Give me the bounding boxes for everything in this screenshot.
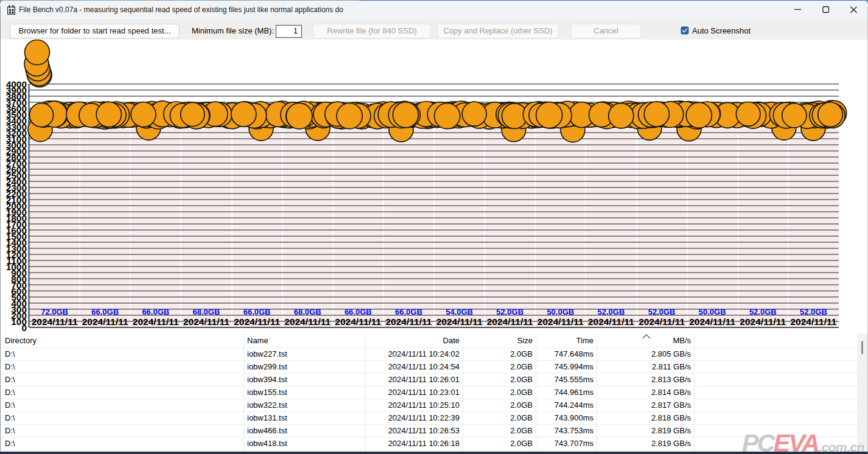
svg-text:66.0GB: 66.0GB xyxy=(142,307,169,316)
svg-text:2024/11/11: 2024/11/11 xyxy=(639,316,685,327)
svg-text:2024/11/11: 2024/11/11 xyxy=(790,316,836,327)
svg-text:2024/11/11: 2024/11/11 xyxy=(284,316,331,327)
svg-text:2024/11/11: 2024/11/11 xyxy=(689,316,735,327)
svg-text:66.0GB: 66.0GB xyxy=(395,307,422,316)
svg-text:54.0GB: 54.0GB xyxy=(446,307,473,316)
svg-text:2024/11/11: 2024/11/11 xyxy=(335,316,381,327)
svg-text:72.0GB: 72.0GB xyxy=(41,307,68,316)
svg-text:0: 0 xyxy=(21,323,27,333)
svg-text:2024/11/11: 2024/11/11 xyxy=(32,316,78,327)
svg-text:2024/11/11: 2024/11/11 xyxy=(487,316,533,327)
svg-text:2024/11/11: 2024/11/11 xyxy=(133,316,179,327)
svg-text:50.0GB: 50.0GB xyxy=(699,307,726,316)
svg-text:2024/11/11: 2024/11/11 xyxy=(588,316,634,327)
svg-text:66.0GB: 66.0GB xyxy=(91,307,119,316)
svg-text:2024/11/11: 2024/11/11 xyxy=(385,316,432,327)
svg-text:2024/11/11: 2024/11/11 xyxy=(537,316,584,327)
svg-text:66.0GB: 66.0GB xyxy=(345,307,372,316)
svg-text:2024/11/11: 2024/11/11 xyxy=(183,316,229,327)
svg-text:52.0GB: 52.0GB xyxy=(648,307,676,316)
svg-text:52.0GB: 52.0GB xyxy=(749,307,777,316)
svg-text:2024/11/11: 2024/11/11 xyxy=(82,316,128,327)
svg-text:68.0GB: 68.0GB xyxy=(192,307,220,316)
svg-text:2024/11/11: 2024/11/11 xyxy=(436,316,483,327)
svg-text:2024/11/11: 2024/11/11 xyxy=(740,316,786,327)
svg-text:2024/11/11: 2024/11/11 xyxy=(234,316,280,327)
svg-text:52.0GB: 52.0GB xyxy=(800,307,827,316)
svg-text:52.0GB: 52.0GB xyxy=(597,307,625,316)
svg-text:50.0GB: 50.0GB xyxy=(547,307,574,316)
svg-text:68.0GB: 68.0GB xyxy=(294,307,321,316)
svg-text:66.0GB: 66.0GB xyxy=(243,307,271,316)
svg-text:52.0GB: 52.0GB xyxy=(496,307,523,316)
